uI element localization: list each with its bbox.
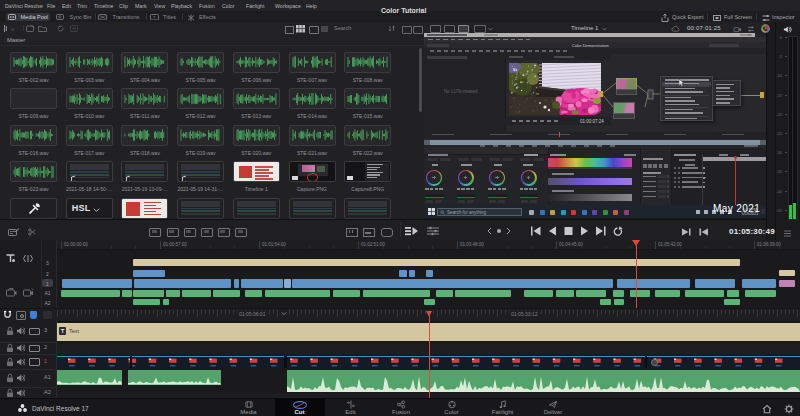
svg-text:T: T xyxy=(153,14,156,19)
